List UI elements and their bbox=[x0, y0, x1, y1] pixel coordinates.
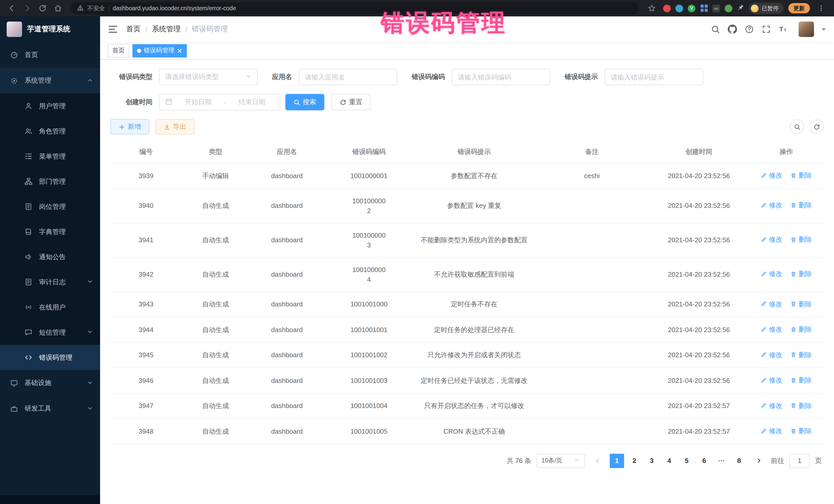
extension-icon[interactable]: on bbox=[712, 4, 720, 12]
prev-page-icon[interactable] bbox=[590, 454, 605, 468]
extension-icon[interactable] bbox=[663, 4, 671, 12]
extension-icon[interactable] bbox=[725, 4, 732, 12]
edit-link[interactable]: 修改 bbox=[761, 426, 782, 436]
tab-home[interactable]: 首页 bbox=[108, 44, 129, 57]
table-row: 3943 自动生成 dashboard 1001001000 定时任务不存在 2… bbox=[110, 291, 824, 317]
app-logo[interactable]: 芋道管理系统 bbox=[0, 17, 100, 42]
extension-icon[interactable] bbox=[675, 4, 683, 12]
browser-toolbar: 不安全 dashboard.yudao.iocoder.cn/system/er… bbox=[0, 0, 834, 17]
edit-link[interactable]: 修改 bbox=[761, 269, 782, 279]
sidebar-item-departments[interactable]: 部门管理 bbox=[0, 169, 100, 194]
sidebar-item-home[interactable]: 首页 bbox=[0, 42, 100, 68]
delete-link[interactable]: 删除 bbox=[790, 269, 812, 279]
page-button[interactable]: 1 bbox=[610, 454, 624, 468]
edit-link[interactable]: 修改 bbox=[761, 299, 782, 309]
users-icon bbox=[25, 127, 32, 135]
app-name-input[interactable] bbox=[305, 73, 391, 81]
delete-link[interactable]: 删除 bbox=[790, 375, 812, 385]
toggle-search-icon[interactable] bbox=[790, 119, 804, 134]
page-button[interactable]: 8 bbox=[732, 454, 746, 468]
sidebar: 芋道管理系统 首页 系统管理 bbox=[0, 17, 100, 504]
error-msg-input[interactable] bbox=[611, 73, 697, 81]
delete-link[interactable]: 删除 bbox=[790, 235, 812, 245]
total-count: 共 76 条 bbox=[507, 456, 531, 465]
edit-link[interactable]: 修改 bbox=[761, 324, 782, 334]
delete-link[interactable]: 删除 bbox=[790, 200, 812, 210]
edit-link[interactable]: 修改 bbox=[761, 235, 782, 245]
edit-link[interactable]: 修改 bbox=[761, 200, 782, 210]
page-button[interactable]: 5 bbox=[680, 454, 694, 468]
font-size-icon[interactable]: TT bbox=[778, 25, 788, 34]
error-type-select[interactable]: 请选择错误码类型 bbox=[159, 69, 258, 85]
browser-profile-chip[interactable]: 已暂停 bbox=[749, 3, 784, 14]
error-code-input[interactable] bbox=[458, 73, 544, 81]
delete-link[interactable]: 删除 bbox=[790, 400, 812, 410]
page-size-select[interactable]: 10条/页 bbox=[536, 454, 585, 468]
sidebar-item-users[interactable]: 用户管理 bbox=[0, 93, 100, 118]
export-button[interactable]: 导出 bbox=[155, 119, 195, 134]
back-icon[interactable] bbox=[5, 2, 19, 15]
delete-link[interactable]: 删除 bbox=[790, 324, 812, 334]
search-button[interactable]: 搜索 bbox=[285, 94, 324, 110]
sidebar-item-sms[interactable]: 短信管理 bbox=[0, 320, 100, 345]
sidebar-item-roles[interactable]: 角色管理 bbox=[0, 118, 100, 144]
sidebar-collapse-bar[interactable] bbox=[0, 495, 100, 504]
tab-error-codes[interactable]: 错误码管理 bbox=[132, 44, 187, 57]
bookmark-star-icon[interactable] bbox=[645, 2, 658, 15]
sidebar-item-system[interactable]: 系统管理 bbox=[0, 68, 100, 93]
close-icon[interactable] bbox=[177, 48, 182, 53]
cell-created-at: 2021-04-20 23:52:56 bbox=[649, 317, 749, 342]
sidebar-item-posts[interactable]: 岗位管理 bbox=[0, 194, 100, 219]
next-page-icon[interactable] bbox=[751, 454, 766, 468]
edit-link[interactable]: 修改 bbox=[761, 350, 782, 359]
address-bar[interactable]: 不安全 dashboard.yudao.iocoder.cn/system/er… bbox=[71, 2, 639, 14]
page-button[interactable]: 6 bbox=[697, 454, 711, 468]
fullscreen-icon[interactable] bbox=[762, 25, 771, 34]
date-range-picker[interactable]: 开始日期 - 结束日期 bbox=[159, 94, 280, 110]
hamburger-icon[interactable] bbox=[108, 24, 118, 35]
reset-button[interactable]: 重置 bbox=[332, 94, 371, 110]
table-row: 3948 自动生成 dashboard 1001001005 CRON 表达式不… bbox=[110, 419, 824, 444]
sidebar-item-label: 审计日志 bbox=[39, 278, 66, 287]
forward-icon[interactable] bbox=[21, 2, 34, 15]
goto-page-input[interactable] bbox=[789, 454, 810, 468]
page-button[interactable]: 4 bbox=[662, 454, 676, 468]
delete-link[interactable]: 删除 bbox=[790, 350, 812, 359]
page-button[interactable]: 3 bbox=[644, 454, 659, 468]
sidebar-item-notices[interactable]: 通知公告 bbox=[0, 244, 100, 269]
breadcrumb-item[interactable]: 系统管理 bbox=[152, 25, 181, 34]
sidebar-item-audit-logs[interactable]: 审计日志 bbox=[0, 269, 100, 294]
refresh-icon[interactable] bbox=[809, 119, 824, 134]
browser-menu-icon[interactable] bbox=[814, 2, 828, 15]
add-button[interactable]: 新增 bbox=[110, 119, 149, 134]
github-icon[interactable] bbox=[728, 25, 737, 34]
sidebar-item-devtools[interactable]: 研发工具 bbox=[0, 396, 100, 421]
pinned-extension-icon[interactable] bbox=[737, 4, 744, 13]
sidebar-item-dictionary[interactable]: 字典管理 bbox=[0, 219, 100, 244]
sidebar-item-infrastructure[interactable]: 基础设施 bbox=[0, 370, 100, 396]
home-icon[interactable] bbox=[51, 2, 65, 15]
help-icon[interactable] bbox=[745, 25, 754, 34]
sidebar-item-menus[interactable]: 菜单管理 bbox=[0, 144, 100, 169]
search-icon[interactable] bbox=[711, 25, 720, 34]
extension-icon[interactable] bbox=[700, 4, 708, 12]
edit-link[interactable]: 修改 bbox=[761, 375, 782, 385]
page-button[interactable]: 2 bbox=[627, 454, 641, 468]
delete-link[interactable]: 删除 bbox=[790, 426, 812, 436]
tab-label: 错误码管理 bbox=[144, 46, 175, 55]
breadcrumb-item[interactable]: 首页 bbox=[126, 25, 140, 34]
sidebar-item-online-users[interactable]: 在线用户 bbox=[0, 294, 100, 320]
sidebar-item-error-codes[interactable]: 错误码管理 bbox=[0, 345, 100, 370]
delete-link[interactable]: 删除 bbox=[790, 299, 812, 309]
edit-link[interactable]: 修改 bbox=[761, 170, 782, 180]
delete-link-label: 删除 bbox=[798, 375, 812, 385]
cell-type: 自动生成 bbox=[182, 393, 249, 419]
reload-icon[interactable] bbox=[36, 2, 49, 15]
delete-link[interactable]: 删除 bbox=[790, 170, 812, 180]
extension-icon[interactable]: V bbox=[688, 4, 696, 12]
user-avatar[interactable] bbox=[798, 22, 814, 37]
browser-update-button[interactable]: 更新 bbox=[788, 3, 810, 13]
pager-ellipsis[interactable]: ••• bbox=[715, 454, 729, 468]
avatar-caret-icon[interactable] bbox=[822, 28, 826, 30]
edit-link[interactable]: 修改 bbox=[761, 400, 782, 410]
